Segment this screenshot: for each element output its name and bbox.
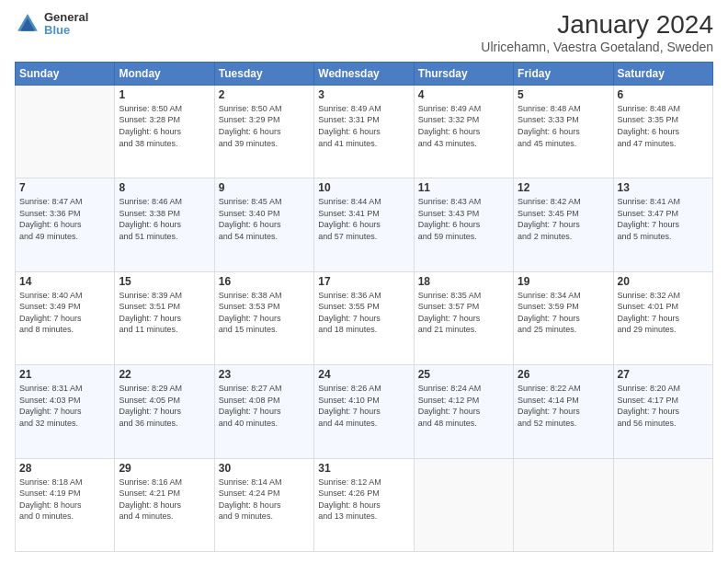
day-info: Sunrise: 8:43 AMSunset: 3:43 PMDaylight:…	[418, 196, 509, 242]
day-number: 28	[19, 462, 110, 475]
day-number: 25	[418, 368, 509, 381]
day-info: Sunrise: 8:12 AMSunset: 4:26 PMDaylight:…	[318, 477, 409, 523]
day-number: 23	[219, 368, 310, 381]
day-info: Sunrise: 8:42 AMSunset: 3:45 PMDaylight:…	[518, 196, 609, 242]
calendar-cell: 20Sunrise: 8:32 AMSunset: 4:01 PMDayligh…	[613, 271, 712, 364]
day-number: 10	[318, 181, 409, 194]
day-number: 1	[119, 88, 210, 101]
day-header-friday: Friday	[514, 62, 613, 85]
day-number: 15	[119, 275, 210, 288]
calendar-cell: 24Sunrise: 8:26 AMSunset: 4:10 PMDayligh…	[314, 365, 414, 458]
day-number: 9	[219, 181, 310, 194]
logo: General Blue	[15, 11, 88, 38]
week-row-0: 1Sunrise: 8:50 AMSunset: 3:28 PMDaylight…	[16, 85, 713, 178]
calendar-cell: 15Sunrise: 8:39 AMSunset: 3:51 PMDayligh…	[115, 271, 214, 364]
day-header-wednesday: Wednesday	[314, 62, 414, 85]
day-info: Sunrise: 8:47 AMSunset: 3:36 PMDaylight:…	[19, 196, 110, 242]
day-header-tuesday: Tuesday	[214, 62, 313, 85]
title-block: January 2024 Ulricehamn, Vaestra Goetala…	[481, 11, 713, 54]
day-number: 8	[119, 181, 210, 194]
logo-bottom: Blue	[44, 24, 88, 37]
calendar-subtitle: Ulricehamn, Vaestra Goetaland, Sweden	[481, 40, 713, 54]
week-row-4: 28Sunrise: 8:18 AMSunset: 4:19 PMDayligh…	[16, 458, 713, 551]
calendar-cell: 13Sunrise: 8:41 AMSunset: 3:47 PMDayligh…	[613, 178, 712, 271]
calendar-cell: 16Sunrise: 8:38 AMSunset: 3:53 PMDayligh…	[214, 271, 313, 364]
day-info: Sunrise: 8:14 AMSunset: 4:24 PMDaylight:…	[219, 477, 310, 523]
day-info: Sunrise: 8:46 AMSunset: 3:38 PMDaylight:…	[119, 196, 210, 242]
day-number: 21	[19, 368, 110, 381]
calendar-cell: 6Sunrise: 8:48 AMSunset: 3:35 PMDaylight…	[613, 85, 712, 178]
day-number: 16	[219, 275, 310, 288]
calendar-table: SundayMondayTuesdayWednesdayThursdayFrid…	[15, 62, 713, 552]
day-number: 19	[518, 275, 609, 288]
day-header-thursday: Thursday	[414, 62, 513, 85]
calendar-cell: 29Sunrise: 8:16 AMSunset: 4:21 PMDayligh…	[115, 458, 214, 551]
calendar-cell: 31Sunrise: 8:12 AMSunset: 4:26 PMDayligh…	[314, 458, 414, 551]
day-info: Sunrise: 8:44 AMSunset: 3:41 PMDaylight:…	[318, 196, 409, 242]
day-number: 14	[19, 275, 110, 288]
calendar-cell: 22Sunrise: 8:29 AMSunset: 4:05 PMDayligh…	[115, 365, 214, 458]
day-info: Sunrise: 8:27 AMSunset: 4:08 PMDaylight:…	[219, 383, 310, 429]
day-info: Sunrise: 8:36 AMSunset: 3:55 PMDaylight:…	[318, 290, 409, 336]
day-info: Sunrise: 8:18 AMSunset: 4:19 PMDaylight:…	[19, 477, 110, 523]
day-info: Sunrise: 8:22 AMSunset: 4:14 PMDaylight:…	[518, 383, 609, 429]
day-info: Sunrise: 8:32 AMSunset: 4:01 PMDaylight:…	[618, 290, 709, 336]
calendar-cell: 26Sunrise: 8:22 AMSunset: 4:14 PMDayligh…	[514, 365, 613, 458]
calendar-header-row: SundayMondayTuesdayWednesdayThursdayFrid…	[16, 62, 713, 85]
calendar-cell	[613, 458, 712, 551]
calendar-cell: 14Sunrise: 8:40 AMSunset: 3:49 PMDayligh…	[16, 271, 115, 364]
logo-icon	[15, 11, 40, 37]
calendar-cell: 21Sunrise: 8:31 AMSunset: 4:03 PMDayligh…	[16, 365, 115, 458]
calendar-cell: 11Sunrise: 8:43 AMSunset: 3:43 PMDayligh…	[414, 178, 513, 271]
calendar-cell: 23Sunrise: 8:27 AMSunset: 4:08 PMDayligh…	[214, 365, 313, 458]
calendar-cell: 7Sunrise: 8:47 AMSunset: 3:36 PMDaylight…	[16, 178, 115, 271]
week-row-2: 14Sunrise: 8:40 AMSunset: 3:49 PMDayligh…	[16, 271, 713, 364]
day-number: 27	[618, 368, 709, 381]
calendar-cell: 9Sunrise: 8:45 AMSunset: 3:40 PMDaylight…	[214, 178, 313, 271]
header: General Blue January 2024 Ulricehamn, Va…	[15, 11, 713, 54]
calendar-title: January 2024	[481, 11, 713, 40]
day-number: 18	[418, 275, 509, 288]
page: General Blue January 2024 Ulricehamn, Va…	[0, 0, 728, 563]
day-number: 6	[618, 88, 709, 101]
week-row-3: 21Sunrise: 8:31 AMSunset: 4:03 PMDayligh…	[16, 365, 713, 458]
day-info: Sunrise: 8:38 AMSunset: 3:53 PMDaylight:…	[219, 290, 310, 336]
calendar-cell: 4Sunrise: 8:49 AMSunset: 3:32 PMDaylight…	[414, 85, 513, 178]
day-info: Sunrise: 8:48 AMSunset: 3:33 PMDaylight:…	[518, 103, 609, 149]
calendar-cell: 8Sunrise: 8:46 AMSunset: 3:38 PMDaylight…	[115, 178, 214, 271]
day-header-monday: Monday	[115, 62, 214, 85]
calendar-cell: 1Sunrise: 8:50 AMSunset: 3:28 PMDaylight…	[115, 85, 214, 178]
logo-top: General	[44, 11, 88, 24]
calendar-cell: 18Sunrise: 8:35 AMSunset: 3:57 PMDayligh…	[414, 271, 513, 364]
day-info: Sunrise: 8:31 AMSunset: 4:03 PMDaylight:…	[19, 383, 110, 429]
day-number: 5	[518, 88, 609, 101]
day-number: 29	[119, 462, 210, 475]
day-number: 26	[518, 368, 609, 381]
calendar-cell	[16, 85, 115, 178]
day-number: 12	[518, 181, 609, 194]
day-info: Sunrise: 8:45 AMSunset: 3:40 PMDaylight:…	[219, 196, 310, 242]
day-number: 22	[119, 368, 210, 381]
calendar-cell: 3Sunrise: 8:49 AMSunset: 3:31 PMDaylight…	[314, 85, 414, 178]
week-row-1: 7Sunrise: 8:47 AMSunset: 3:36 PMDaylight…	[16, 178, 713, 271]
logo-text: General Blue	[44, 11, 88, 38]
day-info: Sunrise: 8:24 AMSunset: 4:12 PMDaylight:…	[418, 383, 509, 429]
day-number: 11	[418, 181, 509, 194]
day-number: 4	[418, 88, 509, 101]
day-info: Sunrise: 8:35 AMSunset: 3:57 PMDaylight:…	[418, 290, 509, 336]
day-header-sunday: Sunday	[16, 62, 115, 85]
calendar-cell: 30Sunrise: 8:14 AMSunset: 4:24 PMDayligh…	[214, 458, 313, 551]
day-number: 7	[19, 181, 110, 194]
day-info: Sunrise: 8:16 AMSunset: 4:21 PMDaylight:…	[119, 477, 210, 523]
day-info: Sunrise: 8:26 AMSunset: 4:10 PMDaylight:…	[318, 383, 409, 429]
calendar-cell: 10Sunrise: 8:44 AMSunset: 3:41 PMDayligh…	[314, 178, 414, 271]
day-number: 24	[318, 368, 409, 381]
calendar-cell: 19Sunrise: 8:34 AMSunset: 3:59 PMDayligh…	[514, 271, 613, 364]
day-info: Sunrise: 8:50 AMSunset: 3:28 PMDaylight:…	[119, 103, 210, 149]
day-info: Sunrise: 8:48 AMSunset: 3:35 PMDaylight:…	[618, 103, 709, 149]
day-number: 20	[618, 275, 709, 288]
day-number: 13	[618, 181, 709, 194]
day-info: Sunrise: 8:39 AMSunset: 3:51 PMDaylight:…	[119, 290, 210, 336]
day-number: 2	[219, 88, 310, 101]
day-info: Sunrise: 8:41 AMSunset: 3:47 PMDaylight:…	[618, 196, 709, 242]
